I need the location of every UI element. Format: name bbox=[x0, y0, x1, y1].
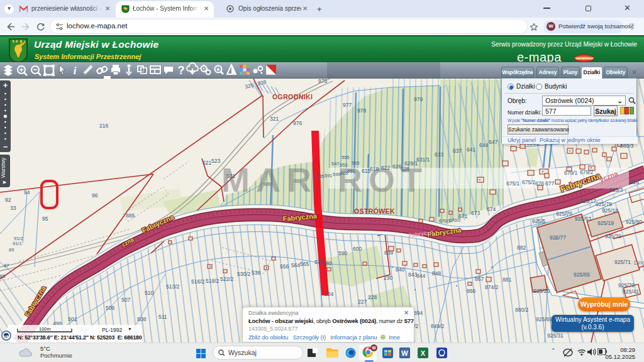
svg-text:925/26: 925/26 bbox=[533, 288, 550, 294]
svg-text:633: 633 bbox=[435, 151, 443, 158]
svg-text:866: 866 bbox=[467, 288, 475, 294]
svg-text:925/80: 925/80 bbox=[626, 219, 642, 225]
svg-text:839: 839 bbox=[384, 250, 393, 256]
svg-text:622: 622 bbox=[381, 165, 390, 171]
svg-text:979: 979 bbox=[414, 96, 423, 102]
svg-text:321: 321 bbox=[270, 116, 279, 122]
svg-text:590: 590 bbox=[338, 250, 347, 256]
svg-text:975: 975 bbox=[318, 79, 327, 84]
svg-text:204: 204 bbox=[325, 291, 333, 297]
svg-text:94: 94 bbox=[24, 189, 30, 195]
svg-text:679/1: 679/1 bbox=[564, 170, 578, 176]
svg-text:Dino: Dino bbox=[634, 260, 644, 266]
svg-text:508: 508 bbox=[137, 316, 146, 322]
svg-text:GEO-SYSTEM: GEO-SYSTEM bbox=[576, 57, 593, 60]
svg-text:87: 87 bbox=[4, 263, 9, 268]
svg-text:676: 676 bbox=[535, 180, 544, 187]
svg-text:881: 881 bbox=[502, 277, 511, 283]
svg-text:978: 978 bbox=[357, 107, 366, 114]
svg-text:585: 585 bbox=[316, 173, 325, 179]
svg-text:OGRODNIKI: OGRODNIKI bbox=[272, 93, 313, 101]
svg-text:925/77: 925/77 bbox=[550, 234, 566, 241]
svg-text:507: 507 bbox=[121, 297, 130, 303]
svg-text:647: 647 bbox=[489, 139, 497, 145]
svg-text:228: 228 bbox=[368, 294, 377, 300]
svg-text:227: 227 bbox=[358, 299, 367, 305]
svg-text:553: 553 bbox=[340, 162, 348, 168]
svg-text:530/2: 530/2 bbox=[237, 271, 251, 277]
svg-text:511: 511 bbox=[158, 314, 167, 320]
svg-text:510: 510 bbox=[145, 290, 153, 296]
svg-text:644: 644 bbox=[479, 142, 488, 148]
svg-text:501: 501 bbox=[68, 316, 77, 322]
svg-text:216: 216 bbox=[99, 123, 108, 129]
svg-text:867: 867 bbox=[475, 276, 484, 282]
svg-text:555: 555 bbox=[341, 155, 350, 160]
svg-text:679/2: 679/2 bbox=[580, 169, 594, 175]
svg-text:556: 556 bbox=[280, 263, 289, 270]
svg-text:599: 599 bbox=[333, 172, 341, 177]
svg-text:OSTRÓWEK: OSTRÓWEK bbox=[354, 207, 395, 215]
svg-text:977: 977 bbox=[343, 102, 352, 108]
svg-text:551: 551 bbox=[347, 168, 355, 174]
svg-text:673: 673 bbox=[471, 210, 480, 216]
svg-text:513/2: 513/2 bbox=[166, 283, 180, 290]
svg-text:925/78: 925/78 bbox=[596, 201, 612, 207]
svg-text:874/2: 874/2 bbox=[485, 284, 499, 290]
svg-text:675/2: 675/2 bbox=[522, 179, 536, 185]
svg-text:641: 641 bbox=[467, 146, 475, 153]
svg-text:i: i bbox=[74, 65, 77, 77]
svg-text:506: 506 bbox=[106, 305, 114, 311]
svg-text:521: 521 bbox=[203, 160, 211, 166]
svg-text:531: 531 bbox=[226, 173, 235, 179]
svg-text:547: 547 bbox=[331, 161, 340, 167]
svg-text:849/2: 849/2 bbox=[431, 323, 445, 329]
svg-text:925/41: 925/41 bbox=[623, 288, 639, 295]
svg-text:925/31: 925/31 bbox=[547, 332, 564, 339]
svg-text:89: 89 bbox=[9, 247, 14, 253]
svg-text:925/69: 925/69 bbox=[536, 316, 552, 322]
svg-text:628: 628 bbox=[401, 166, 409, 172]
svg-text:230: 230 bbox=[384, 275, 392, 281]
svg-text:925/76: 925/76 bbox=[556, 211, 572, 217]
svg-text:605: 605 bbox=[340, 170, 348, 176]
svg-text:85: 85 bbox=[0, 273, 5, 279]
svg-text:677: 677 bbox=[545, 180, 554, 187]
svg-text:92: 92 bbox=[5, 197, 11, 203]
svg-text:516/2: 516/2 bbox=[191, 278, 205, 285]
svg-text:591: 591 bbox=[325, 173, 333, 178]
svg-text:840: 840 bbox=[396, 266, 404, 273]
svg-text:848: 848 bbox=[432, 270, 441, 277]
svg-text:925/3: 925/3 bbox=[609, 187, 623, 193]
svg-text:MAR: MAR bbox=[221, 161, 318, 199]
svg-text:?: ? bbox=[178, 64, 185, 77]
svg-text:600: 600 bbox=[353, 246, 362, 252]
svg-text:880/2: 880/2 bbox=[515, 307, 529, 313]
svg-text:631/1: 631/1 bbox=[416, 156, 430, 163]
svg-text:536: 536 bbox=[252, 270, 260, 276]
svg-text:925/65: 925/65 bbox=[574, 272, 590, 278]
svg-text:925/19: 925/19 bbox=[597, 220, 614, 226]
svg-text:523: 523 bbox=[211, 158, 220, 164]
svg-text:925/71: 925/71 bbox=[614, 259, 631, 265]
svg-text:96: 96 bbox=[92, 192, 98, 199]
svg-text:565: 565 bbox=[300, 261, 309, 267]
svg-text:33: 33 bbox=[10, 205, 16, 211]
svg-text:926: 926 bbox=[630, 179, 639, 185]
svg-text:925/63: 925/63 bbox=[575, 216, 591, 222]
svg-text:518/2: 518/2 bbox=[206, 278, 219, 284]
svg-text:671: 671 bbox=[458, 213, 467, 219]
svg-text:925/17: 925/17 bbox=[580, 198, 596, 204]
svg-text:91/1: 91/1 bbox=[13, 241, 22, 246]
svg-text:925/70: 925/70 bbox=[618, 282, 635, 288]
svg-text:976: 976 bbox=[293, 120, 302, 126]
svg-text:522/2: 522/2 bbox=[220, 276, 234, 282]
svg-text:565: 565 bbox=[352, 160, 360, 166]
svg-text:637: 637 bbox=[453, 148, 462, 154]
svg-text:925/79: 925/79 bbox=[605, 233, 621, 239]
svg-text:844: 844 bbox=[416, 273, 425, 279]
svg-text:95: 95 bbox=[42, 216, 48, 222]
svg-text:564: 564 bbox=[291, 262, 300, 268]
svg-text:925/18: 925/18 bbox=[602, 207, 618, 214]
svg-text:925/5: 925/5 bbox=[532, 218, 546, 224]
